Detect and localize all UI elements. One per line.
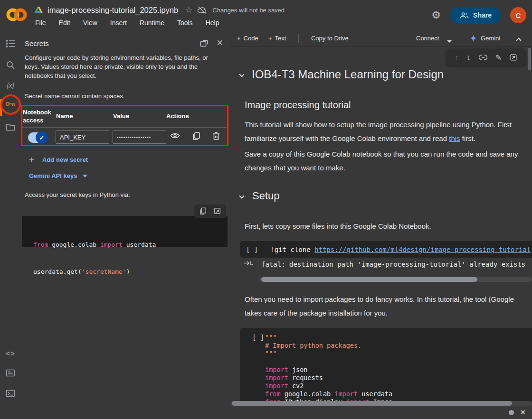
open-in-window-icon[interactable] <box>200 40 208 47</box>
copy-to-drive-button[interactable]: Copy to Drive <box>311 35 349 42</box>
notebook-access-toggle[interactable]: ✓ <box>28 132 47 143</box>
drive-icon <box>34 7 43 14</box>
collapse-section-icon[interactable] <box>239 72 244 77</box>
plus-icon: + <box>29 155 34 164</box>
add-code-button[interactable]: +Code <box>237 35 258 42</box>
gemini-api-keys-dropdown[interactable]: Gemini API keys <box>29 172 87 179</box>
add-new-secret-button[interactable]: + Add new secret <box>29 155 88 164</box>
colab-logo-icon[interactable] <box>6 6 27 23</box>
python-access-hint: Access your secret keys in Python via: <box>25 191 130 198</box>
run-cell-button[interactable]: [ ] <box>252 334 264 341</box>
gemini-sparkle-icon[interactable] <box>469 34 477 42</box>
menu-bar: File Edit View Insert Runtime Tools Help <box>35 19 219 27</box>
secret-name-rule: Secret name cannot contain spaces. <box>25 93 124 100</box>
col-notebook-access: Notebook access <box>23 108 54 124</box>
secrets-usage-snippet: from google.colab import userdata userda… <box>22 216 228 247</box>
menu-edit[interactable]: Edit <box>59 19 70 27</box>
gemini-button[interactable]: Gemini <box>481 35 500 42</box>
cell-hscrollbar-thumb[interactable] <box>261 277 477 282</box>
secrets-key-icon[interactable] <box>0 100 21 108</box>
star-icon[interactable]: ☆ <box>185 5 192 15</box>
connect-caret-icon[interactable] <box>447 37 452 44</box>
unsaved-note: Changes will not be saved <box>212 7 285 14</box>
snippet-line-1: from google.colab import userdata <box>33 240 228 249</box>
snippet-toolbar <box>194 205 226 218</box>
this-link[interactable]: this <box>449 134 460 142</box>
toolbar-divider <box>298 34 299 43</box>
cloud-off-icon <box>197 6 207 14</box>
copy-code-icon[interactable] <box>199 207 207 215</box>
snippet-line-2: userdata.get('secretName') <box>33 267 228 276</box>
search-icon[interactable] <box>0 60 21 70</box>
variables-icon[interactable]: {x} <box>0 82 21 89</box>
markdown-paragraph: Save a copy of this Google Colab noteboo… <box>245 147 518 175</box>
cell-code: !git clone https://github.com/ml4design/… <box>270 246 531 253</box>
run-cell-button[interactable]: [ ] <box>246 246 258 253</box>
markdown-paragraph: First, lets copy some files into this Go… <box>245 219 431 233</box>
status-dot-icon <box>509 410 514 415</box>
code-cell-imports[interactable]: [ ] """ # Import python packages. """ im… <box>240 328 532 404</box>
cell-output: fatal: destination path 'image-processin… <box>244 261 525 268</box>
collapse-section-icon[interactable] <box>239 193 244 198</box>
add-text-button[interactable]: +Text <box>268 35 286 42</box>
col-actions: Actions <box>166 112 189 120</box>
secrets-description: Configure your code by storing environme… <box>25 53 208 80</box>
cell-code: """ # Import python packages. """ import… <box>265 334 392 406</box>
mirror-cell-icon[interactable] <box>510 54 517 61</box>
markdown-h2-setup: Setup <box>252 190 280 202</box>
col-value: Value <box>113 112 129 120</box>
settings-gear-icon[interactable]: ⚙ <box>431 10 441 20</box>
toggle-check-icon: ✓ <box>36 131 48 144</box>
menu-file[interactable]: File <box>35 19 46 27</box>
share-button[interactable]: Share <box>450 7 501 24</box>
close-bar-icon[interactable]: ✕ <box>520 408 526 417</box>
collapse-toolbar-icon[interactable] <box>517 37 521 44</box>
col-name: Name <box>56 112 73 120</box>
secret-value-input[interactable] <box>113 130 166 144</box>
notebook-hscrollbar-thumb[interactable] <box>232 401 512 406</box>
code-snippets-icon[interactable]: <> <box>0 349 21 357</box>
left-sidebar: {x} <> <box>0 30 21 406</box>
markdown-h1: IOB4-T3 Machine Learning for Design <box>252 68 444 81</box>
secrets-table: Notebook access Name Value Actions ✓ <box>22 105 228 146</box>
link-cell-icon[interactable] <box>479 54 487 61</box>
markdown-paragraph: Often you need to import packages to do … <box>245 292 514 320</box>
close-panel-icon[interactable]: ✕ <box>217 38 223 48</box>
vertical-scrollbar[interactable] <box>528 48 531 70</box>
markdown-paragraph: This tutorial will show how to setup the… <box>245 118 512 145</box>
menu-insert[interactable]: Insert <box>110 19 127 27</box>
notebook-toolbar: +Code +Text Copy to Drive Connect Gemini <box>230 30 532 47</box>
delete-secret-icon[interactable] <box>212 132 220 140</box>
secret-name-input[interactable] <box>56 130 109 144</box>
secrets-panel-title: Secrets <box>25 39 49 47</box>
notebook-pane: +Code +Text Copy to Drive Connect Gemini… <box>230 30 532 406</box>
menu-tools[interactable]: Tools <box>177 19 193 27</box>
bottom-status-bar: ✕ <box>0 406 532 419</box>
cell-toolbar: ↑ ↓ ✎ <box>446 49 525 66</box>
connect-button[interactable]: Connect <box>416 35 439 42</box>
table-header-divider <box>22 127 228 128</box>
output-options-icon[interactable] <box>244 261 253 268</box>
code-cell-git-clone[interactable]: [ ] !git clone https://github.com/ml4des… <box>240 241 532 258</box>
output-text: fatal: destination path 'image-processin… <box>261 261 525 268</box>
move-cell-down-icon[interactable]: ↓ <box>466 54 471 62</box>
insert-code-icon[interactable] <box>214 207 221 215</box>
terminal-icon[interactable] <box>0 390 21 397</box>
people-icon <box>459 12 469 19</box>
command-palette-icon[interactable] <box>0 369 21 377</box>
menu-view[interactable]: View <box>83 19 97 27</box>
notebook-title[interactable]: image-processing-tutorial_2025.ipynb <box>48 6 178 15</box>
files-folder-icon[interactable] <box>0 123 21 131</box>
show-value-eye-icon[interactable] <box>170 132 180 140</box>
copy-secret-icon[interactable] <box>192 132 200 140</box>
menu-help[interactable]: Help <box>206 19 219 27</box>
share-label: Share <box>473 11 492 19</box>
plus-icon: + <box>268 35 272 42</box>
move-cell-up-icon[interactable]: ↑ <box>455 54 459 62</box>
account-avatar[interactable]: C <box>510 7 526 23</box>
secrets-panel: Secrets ✕ Configure your code by storing… <box>21 30 230 406</box>
table-of-contents-icon[interactable] <box>0 39 21 48</box>
menu-runtime[interactable]: Runtime <box>140 19 164 27</box>
edit-cell-icon[interactable]: ✎ <box>495 53 502 62</box>
app-header: image-processing-tutorial_2025.ipynb ☆ C… <box>0 0 532 30</box>
